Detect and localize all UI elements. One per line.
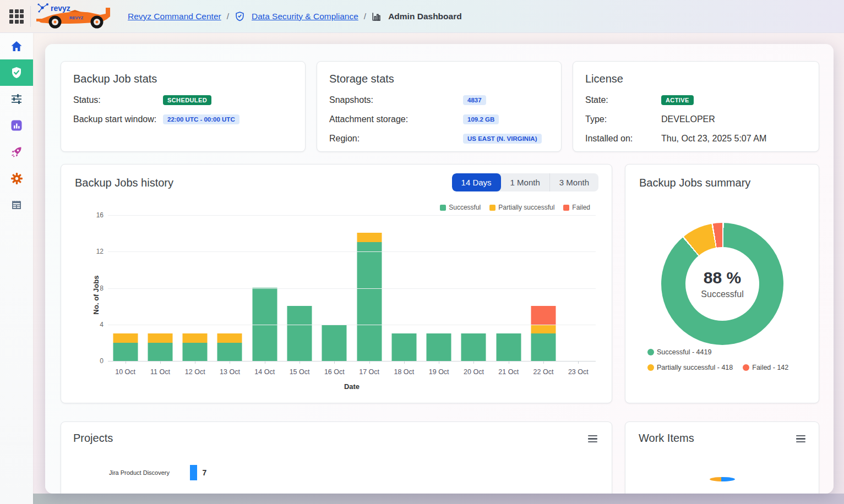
summary-legend-item: Partially successful - 418 bbox=[647, 364, 733, 371]
history-range-tab[interactable]: 1 Month bbox=[501, 173, 549, 191]
legend-swatch bbox=[563, 205, 569, 211]
revyz-molecule-icon bbox=[37, 3, 48, 13]
projects-menu-icon[interactable] bbox=[588, 435, 597, 442]
card-title: Backup Job stats bbox=[73, 73, 293, 85]
breadcrumb-link-data-security[interactable]: Data Security & Compliance bbox=[252, 12, 358, 21]
stat-row-attachment-storage: Attachment storage: 109.2 GB bbox=[329, 113, 549, 125]
bar-segment-failed bbox=[531, 306, 556, 324]
breadcrumb-current-page: Admin Dashboard bbox=[388, 12, 461, 21]
bar-segment-partially-successful bbox=[217, 333, 242, 343]
work-items-pie-chart bbox=[710, 477, 735, 481]
breadcrumb: Revyz Command Center / Data Security & C… bbox=[128, 11, 462, 21]
card-title: Projects bbox=[73, 432, 600, 445]
x-axis-labels: 10 Oct11 Oct12 Oct13 Oct14 Oct15 Oct16 O… bbox=[108, 368, 596, 376]
backup-job-stats-card: Backup Job stats Status: SCHEDULED Backu… bbox=[61, 61, 306, 152]
revyz-logo[interactable]: REVYZ revyz bbox=[35, 2, 118, 31]
bar-segment-successful bbox=[461, 333, 486, 361]
bar-segment-successful bbox=[391, 333, 416, 361]
legend-label: Partially successful bbox=[498, 204, 554, 211]
snapshots-badge: 4837 bbox=[463, 95, 486, 105]
breadcrumb-separator: / bbox=[227, 12, 229, 21]
sidebar-item-data-security[interactable] bbox=[0, 59, 33, 86]
main-panel: Backup Job stats Status: SCHEDULED Backu… bbox=[45, 44, 834, 494]
sliders-icon bbox=[10, 92, 23, 106]
bar-segment-successful bbox=[496, 333, 521, 361]
x-tick-label: 18 Oct bbox=[386, 368, 421, 376]
sidebar-item-audit[interactable] bbox=[0, 191, 33, 218]
project-bar bbox=[190, 465, 197, 480]
history-range-tab[interactable]: 3 Month bbox=[549, 173, 598, 191]
app-launcher-grid-icon[interactable] bbox=[9, 9, 24, 24]
shield-check-icon bbox=[235, 11, 245, 21]
y-tick-label: 8 bbox=[86, 284, 104, 292]
x-tick-label: 22 Oct bbox=[526, 368, 560, 376]
bar-segment-partially-successful bbox=[357, 233, 382, 242]
x-tick-label: 11 Oct bbox=[143, 368, 177, 376]
license-installed-value: Thu, Oct 23, 2025 5:07 AM bbox=[661, 134, 766, 144]
stat-label: State: bbox=[585, 95, 661, 105]
legend-item: Partially successful bbox=[489, 204, 554, 211]
sidebar-item-launch[interactable] bbox=[0, 139, 33, 165]
project-value: 7 bbox=[203, 468, 207, 477]
header-divider bbox=[30, 6, 31, 27]
storage-stats-card: Storage stats Snapshots: 4837 Attachment… bbox=[317, 61, 562, 152]
attachment-storage-badge: 109.2 GB bbox=[463, 114, 499, 124]
home-icon bbox=[10, 40, 23, 53]
stat-label: Status: bbox=[73, 95, 163, 105]
sidebar-item-home[interactable] bbox=[0, 33, 33, 59]
license-type-value: DEVELOPER bbox=[661, 114, 715, 124]
stat-row-type: Type: DEVELOPER bbox=[585, 113, 807, 125]
stat-label: Region: bbox=[329, 134, 463, 144]
legend-swatch bbox=[489, 205, 495, 211]
table-form-icon bbox=[10, 198, 23, 211]
gridline bbox=[108, 325, 596, 325]
revyz-car-logo-icon: REVYZ revyz bbox=[35, 2, 118, 31]
x-tick-label: 10 Oct bbox=[108, 368, 143, 376]
backup-window-badge: 22:00 UTC - 00:00 UTC bbox=[163, 114, 239, 124]
y-tick-label: 12 bbox=[86, 248, 104, 255]
bar-segment-successful bbox=[183, 343, 208, 361]
bar-segment-successful bbox=[322, 325, 347, 361]
work-items-card: Work Items bbox=[625, 421, 819, 494]
breadcrumb-link-command-center[interactable]: Revyz Command Center bbox=[128, 12, 221, 21]
legend-swatch bbox=[440, 205, 446, 211]
x-axis-title: Date bbox=[108, 382, 596, 391]
gridline bbox=[108, 288, 596, 289]
history-bar-chart: No. of Jobs 1612840 bbox=[108, 215, 596, 361]
license-card: License State: ACTIVE Type: DEVELOPER In… bbox=[573, 61, 819, 152]
legend-label: Successful bbox=[449, 204, 481, 211]
card-title: Work Items bbox=[639, 432, 805, 445]
card-title: License bbox=[585, 73, 807, 85]
x-tick-label: 14 Oct bbox=[247, 368, 282, 376]
bar-segment-successful bbox=[113, 343, 138, 361]
x-tick-label: 17 Oct bbox=[352, 368, 386, 376]
sidebar-item-reports[interactable] bbox=[0, 112, 33, 139]
project-bar-row: Jira Product Discovery 7 bbox=[61, 465, 206, 480]
history-legend: SuccessfulPartially successfulFailed bbox=[440, 204, 590, 211]
stat-label: Backup start window: bbox=[73, 114, 163, 124]
sidebar-item-configuration[interactable] bbox=[0, 86, 33, 112]
sidebar-item-settings[interactable] bbox=[0, 165, 33, 191]
x-tick-label: 23 Oct bbox=[561, 368, 596, 376]
y-tick-label: 4 bbox=[86, 321, 104, 328]
work-items-menu-icon[interactable] bbox=[796, 435, 805, 442]
stat-row-installed-on: Installed on: Thu, Oct 23, 2025 5:07 AM bbox=[585, 133, 807, 145]
summary-legend-item: Successful - 4419 bbox=[647, 348, 711, 356]
history-range-tab[interactable]: 14 Days bbox=[452, 173, 501, 191]
bar-segment-successful bbox=[287, 306, 312, 361]
stat-row-state: State: ACTIVE bbox=[585, 94, 807, 106]
x-tick-label: 13 Oct bbox=[213, 368, 247, 376]
license-state-badge: ACTIVE bbox=[661, 95, 694, 105]
bar-chart-square-icon bbox=[10, 119, 23, 132]
column-chart-icon bbox=[372, 12, 382, 21]
stat-label: Attachment storage: bbox=[329, 114, 463, 124]
stat-row-snapshots: Snapshots: 4837 bbox=[329, 94, 549, 106]
legend-label: Partially successful - 418 bbox=[657, 364, 733, 371]
stat-label: Type: bbox=[585, 114, 661, 124]
stat-row-backup-window: Backup start window: 22:00 UTC - 00:00 U… bbox=[73, 113, 293, 125]
card-title: Backup Jobs history bbox=[75, 177, 173, 189]
y-tick-label: 16 bbox=[86, 211, 104, 219]
backup-jobs-summary-card: Backup Jobs summary 88 % Successful Succ… bbox=[625, 164, 819, 403]
gridline bbox=[108, 215, 596, 216]
svg-text:REVYZ: REVYZ bbox=[69, 15, 83, 20]
